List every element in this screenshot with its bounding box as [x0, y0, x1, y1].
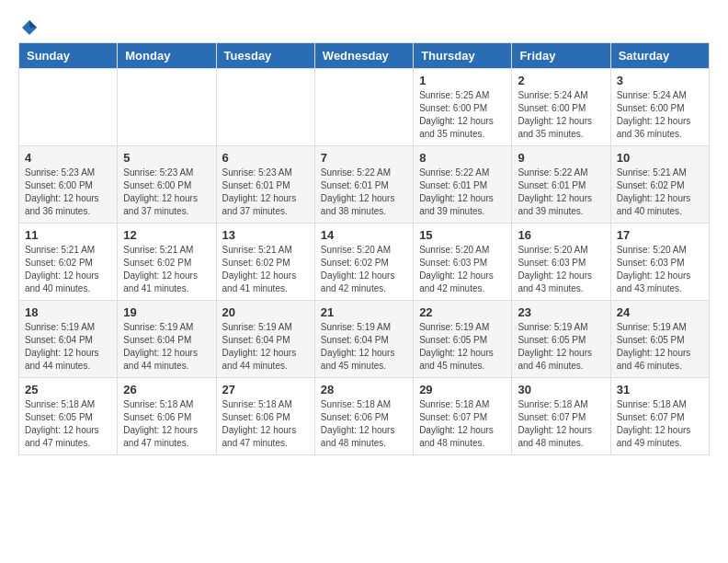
calendar-cell: [19, 69, 118, 146]
day-number: 18: [25, 305, 111, 319]
calendar-cell: 30Sunrise: 5:18 AM Sunset: 6:07 PM Dayli…: [512, 378, 610, 455]
weekday-header-sunday: Sunday: [19, 43, 118, 69]
calendar-cell: 21Sunrise: 5:19 AM Sunset: 6:04 PM Dayli…: [314, 301, 413, 378]
day-number: 13: [222, 228, 309, 242]
calendar-cell: 15Sunrise: 5:20 AM Sunset: 6:03 PM Dayli…: [414, 224, 512, 301]
day-info: Sunrise: 5:21 AM Sunset: 6:02 PM Dayligh…: [25, 244, 111, 295]
day-number: 15: [419, 228, 506, 242]
day-info: Sunrise: 5:18 AM Sunset: 6:06 PM Dayligh…: [123, 398, 210, 450]
day-info: Sunrise: 5:18 AM Sunset: 6:05 PM Dayligh…: [25, 398, 111, 450]
day-number: 28: [321, 383, 407, 396]
calendar-cell: 8Sunrise: 5:22 AM Sunset: 6:01 PM Daylig…: [414, 146, 512, 224]
weekday-header-thursday: Thursday: [414, 43, 512, 69]
calendar-cell: 12Sunrise: 5:21 AM Sunset: 6:02 PM Dayli…: [118, 224, 216, 301]
day-number: 1: [419, 74, 506, 87]
day-info: Sunrise: 5:22 AM Sunset: 6:01 PM Dayligh…: [518, 167, 604, 218]
calendar-cell: 11Sunrise: 5:21 AM Sunset: 6:02 PM Dayli…: [19, 224, 118, 301]
calendar-cell: 28Sunrise: 5:18 AM Sunset: 6:06 PM Dayli…: [314, 378, 413, 455]
day-info: Sunrise: 5:19 AM Sunset: 6:04 PM Dayligh…: [222, 321, 309, 373]
day-info: Sunrise: 5:23 AM Sunset: 6:01 PM Dayligh…: [222, 167, 309, 218]
calendar-cell: 16Sunrise: 5:20 AM Sunset: 6:03 PM Dayli…: [512, 224, 610, 301]
calendar-cell: 27Sunrise: 5:18 AM Sunset: 6:06 PM Dayli…: [216, 378, 314, 455]
day-number: 14: [321, 228, 407, 242]
day-number: 10: [617, 151, 703, 165]
day-number: 11: [25, 228, 111, 242]
calendar-cell: 7Sunrise: 5:22 AM Sunset: 6:01 PM Daylig…: [314, 146, 413, 224]
calendar-cell: 4Sunrise: 5:23 AM Sunset: 6:00 PM Daylig…: [19, 146, 118, 224]
day-number: 9: [518, 151, 604, 165]
weekday-header-friday: Friday: [512, 43, 610, 69]
logo: [18, 18, 39, 33]
calendar-cell: 9Sunrise: 5:22 AM Sunset: 6:01 PM Daylig…: [512, 146, 610, 224]
calendar-cell: 23Sunrise: 5:19 AM Sunset: 6:05 PM Dayli…: [512, 301, 610, 378]
day-info: Sunrise: 5:23 AM Sunset: 6:00 PM Dayligh…: [123, 167, 210, 218]
day-info: Sunrise: 5:18 AM Sunset: 6:07 PM Dayligh…: [518, 398, 604, 450]
day-info: Sunrise: 5:21 AM Sunset: 6:02 PM Dayligh…: [222, 244, 309, 295]
day-info: Sunrise: 5:19 AM Sunset: 6:05 PM Dayligh…: [419, 321, 506, 373]
day-number: 19: [123, 305, 210, 319]
calendar-cell: 19Sunrise: 5:19 AM Sunset: 6:04 PM Dayli…: [118, 301, 216, 378]
day-info: Sunrise: 5:19 AM Sunset: 6:04 PM Dayligh…: [123, 321, 210, 373]
day-number: 16: [518, 228, 604, 242]
calendar-cell: 31Sunrise: 5:18 AM Sunset: 6:07 PM Dayli…: [610, 378, 709, 455]
day-number: 24: [617, 305, 703, 319]
page-header: [18, 18, 710, 33]
weekday-header-tuesday: Tuesday: [216, 43, 314, 69]
calendar-cell: 6Sunrise: 5:23 AM Sunset: 6:01 PM Daylig…: [216, 146, 314, 224]
weekday-header-saturday: Saturday: [610, 43, 709, 69]
calendar-cell: 14Sunrise: 5:20 AM Sunset: 6:02 PM Dayli…: [314, 224, 413, 301]
calendar-cell: 29Sunrise: 5:18 AM Sunset: 6:07 PM Dayli…: [414, 378, 512, 455]
calendar-week-row: 18Sunrise: 5:19 AM Sunset: 6:04 PM Dayli…: [19, 301, 710, 378]
logo-icon: [20, 18, 39, 37]
calendar-cell: 17Sunrise: 5:20 AM Sunset: 6:03 PM Dayli…: [610, 224, 709, 301]
day-number: 31: [617, 383, 703, 396]
day-number: 22: [419, 305, 506, 319]
day-info: Sunrise: 5:19 AM Sunset: 6:04 PM Dayligh…: [25, 321, 111, 373]
day-number: 30: [518, 383, 604, 396]
day-number: 23: [518, 305, 604, 319]
day-number: 6: [222, 151, 309, 165]
day-info: Sunrise: 5:24 AM Sunset: 6:00 PM Dayligh…: [617, 89, 703, 141]
day-info: Sunrise: 5:18 AM Sunset: 6:07 PM Dayligh…: [617, 398, 703, 450]
calendar-cell: 3Sunrise: 5:24 AM Sunset: 6:00 PM Daylig…: [610, 69, 709, 146]
calendar-cell: 25Sunrise: 5:18 AM Sunset: 6:05 PM Dayli…: [19, 378, 118, 455]
day-info: Sunrise: 5:18 AM Sunset: 6:07 PM Dayligh…: [419, 398, 506, 450]
day-info: Sunrise: 5:23 AM Sunset: 6:00 PM Dayligh…: [25, 167, 111, 218]
day-number: 2: [518, 74, 604, 87]
calendar-week-row: 1Sunrise: 5:25 AM Sunset: 6:00 PM Daylig…: [19, 69, 710, 146]
day-info: Sunrise: 5:22 AM Sunset: 6:01 PM Dayligh…: [419, 167, 506, 218]
weekday-header-monday: Monday: [118, 43, 216, 69]
calendar-week-row: 11Sunrise: 5:21 AM Sunset: 6:02 PM Dayli…: [19, 224, 710, 301]
calendar-cell: 22Sunrise: 5:19 AM Sunset: 6:05 PM Dayli…: [414, 301, 512, 378]
calendar-cell: 20Sunrise: 5:19 AM Sunset: 6:04 PM Dayli…: [216, 301, 314, 378]
day-info: Sunrise: 5:25 AM Sunset: 6:00 PM Dayligh…: [419, 89, 506, 141]
calendar-cell: [118, 69, 216, 146]
day-number: 7: [321, 151, 407, 165]
day-number: 21: [321, 305, 407, 319]
day-info: Sunrise: 5:18 AM Sunset: 6:06 PM Dayligh…: [321, 398, 407, 450]
day-number: 4: [25, 151, 111, 165]
day-number: 17: [617, 228, 703, 242]
day-number: 29: [419, 383, 506, 396]
day-info: Sunrise: 5:19 AM Sunset: 6:05 PM Dayligh…: [617, 321, 703, 373]
calendar-cell: 26Sunrise: 5:18 AM Sunset: 6:06 PM Dayli…: [118, 378, 216, 455]
day-number: 8: [419, 151, 506, 165]
calendar-cell: [314, 69, 413, 146]
calendar-cell: 1Sunrise: 5:25 AM Sunset: 6:00 PM Daylig…: [414, 69, 512, 146]
day-info: Sunrise: 5:20 AM Sunset: 6:03 PM Dayligh…: [617, 244, 703, 295]
weekday-header-row: SundayMondayTuesdayWednesdayThursdayFrid…: [19, 43, 710, 69]
calendar-cell: 2Sunrise: 5:24 AM Sunset: 6:00 PM Daylig…: [512, 69, 610, 146]
day-info: Sunrise: 5:21 AM Sunset: 6:02 PM Dayligh…: [123, 244, 210, 295]
day-info: Sunrise: 5:19 AM Sunset: 6:04 PM Dayligh…: [321, 321, 407, 373]
calendar-cell: 13Sunrise: 5:21 AM Sunset: 6:02 PM Dayli…: [216, 224, 314, 301]
weekday-header-wednesday: Wednesday: [314, 43, 413, 69]
day-number: 12: [123, 228, 210, 242]
day-info: Sunrise: 5:21 AM Sunset: 6:02 PM Dayligh…: [617, 167, 703, 218]
calendar-cell: 24Sunrise: 5:19 AM Sunset: 6:05 PM Dayli…: [610, 301, 709, 378]
calendar-week-row: 4Sunrise: 5:23 AM Sunset: 6:00 PM Daylig…: [19, 146, 710, 224]
day-info: Sunrise: 5:20 AM Sunset: 6:03 PM Dayligh…: [419, 244, 506, 295]
calendar-cell: [216, 69, 314, 146]
day-number: 27: [222, 383, 309, 396]
day-info: Sunrise: 5:24 AM Sunset: 6:00 PM Dayligh…: [518, 89, 604, 141]
svg-marker-1: [29, 20, 37, 28]
